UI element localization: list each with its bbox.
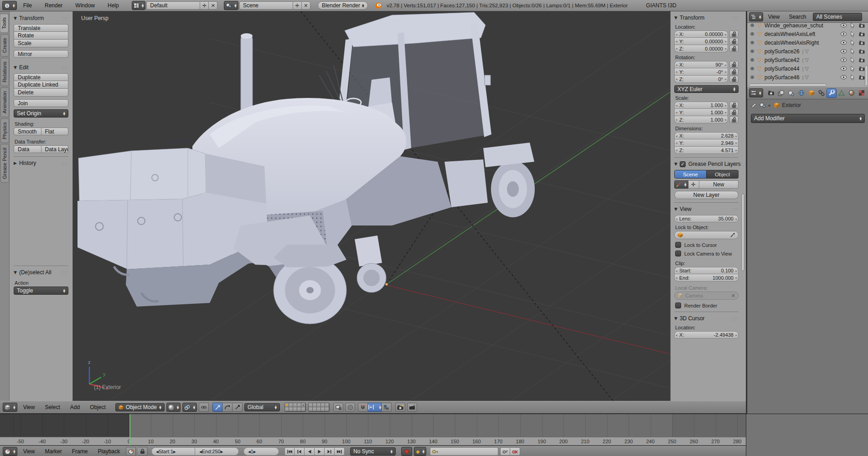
layers-grid-1[interactable] — [284, 403, 306, 412]
tab-modifiers[interactable] — [827, 88, 836, 98]
manipulator-rotate-button[interactable] — [222, 403, 232, 412]
panel-header-transform-n[interactable]: ▼Transform:::: — [674, 14, 739, 22]
object-name[interactable]: polySurface42 — [765, 57, 800, 63]
lock-to-cursor-checkbox[interactable] — [675, 242, 681, 248]
editor-type-outliner-button[interactable]: ▲▼ — [749, 12, 763, 21]
visibility-eye-icon[interactable] — [841, 49, 847, 53]
lens-field[interactable]: ◂Lens: 35.000▸ — [674, 215, 739, 222]
grease-pencil-checkbox[interactable]: ✓ — [680, 161, 686, 167]
layer-cell[interactable] — [309, 407, 313, 411]
layer-cell[interactable] — [301, 403, 305, 407]
opengl-render-animation-button[interactable] — [407, 403, 417, 412]
lock-time-cursor-toggle[interactable] — [138, 447, 148, 456]
outliner-item[interactable]: ⊕▽polySurface46|▽ — [749, 73, 868, 82]
layer-cell[interactable] — [313, 407, 317, 411]
current-frame-marker[interactable] — [129, 414, 130, 446]
outliner-scope-select[interactable]: All Scenes — [813, 13, 862, 21]
unlock-icon[interactable] — [729, 38, 739, 45]
opengl-render-button[interactable] — [395, 403, 405, 412]
outliner-item[interactable]: ⊕▽polySurface42|▽ — [749, 56, 868, 64]
location-y-field[interactable]: ◂Y:0.00000▸ — [674, 38, 728, 45]
gp-add-icon-button[interactable]: ✛ — [688, 180, 699, 189]
delete-scene-button[interactable]: ✕ — [302, 1, 310, 10]
data-transfer-data-button[interactable]: Data — [14, 145, 41, 153]
gp-scene-tab[interactable]: Scene — [674, 170, 707, 179]
viewport-shading-select[interactable]: ▲▼ — [166, 403, 181, 412]
pivot-align-toggle[interactable] — [199, 403, 209, 412]
render-engine-select[interactable]: Blender Render▲▼ — [318, 1, 368, 10]
jump-to-start-button[interactable] — [284, 447, 294, 456]
visibility-eye-icon[interactable] — [841, 41, 847, 45]
editor-type-properties-button[interactable]: ▲▼ — [749, 88, 763, 97]
layer-cell[interactable] — [293, 403, 297, 407]
delete-button[interactable]: Delete — [14, 89, 68, 97]
gp-object-tab[interactable]: Object — [707, 170, 739, 179]
layer-cell[interactable] — [289, 403, 293, 407]
layer-cell[interactable] — [297, 403, 301, 407]
scene-breadcrumb-icon[interactable] — [760, 102, 766, 108]
unlock-icon[interactable] — [729, 116, 739, 123]
frame-end-field[interactable]: ◂End: 250▸ — [195, 447, 239, 456]
auto-keyframe-record-button[interactable] — [401, 447, 412, 456]
tab-render[interactable] — [766, 88, 776, 98]
renderability-camera-icon[interactable] — [859, 32, 865, 36]
next-keyframe-button[interactable] — [325, 447, 335, 456]
scene-icon-button[interactable]: ▲▼ — [224, 1, 238, 10]
selectability-icon[interactable] — [851, 23, 855, 28]
keying-set-field[interactable] — [430, 447, 498, 456]
layer-cell[interactable] — [321, 407, 325, 411]
outliner-hscrollbar[interactable] — [749, 83, 827, 87]
clip-end-field[interactable]: ◂End: 1000.000▸ — [674, 274, 739, 282]
set-origin-select[interactable]: Set Origin▲▼ — [14, 109, 68, 118]
expand-icon[interactable]: ⊕ — [749, 66, 755, 72]
snap-toggle[interactable] — [358, 403, 368, 412]
outliner-item[interactable]: ⊕▽Winde_gehaeuse_schut — [749, 23, 868, 30]
tractor-model[interactable]: CASEIH — [78, 12, 535, 324]
add-modifier-select[interactable]: Add Modifier▲▼ — [751, 114, 865, 123]
tab-animation[interactable]: Animation — [0, 87, 9, 117]
layer-cell[interactable] — [285, 403, 289, 407]
layer-cell[interactable] — [317, 403, 321, 407]
panel-header-transform[interactable]: ▼Transform:::: — [14, 14, 68, 22]
cursor-x-field[interactable]: ◂X: -2.49438▸ — [674, 331, 739, 338]
lock-to-scene-toggle[interactable] — [333, 403, 343, 412]
duplicate-button[interactable]: Duplicate — [14, 73, 68, 81]
jump-to-end-button[interactable] — [335, 447, 345, 456]
vp-menu-select[interactable]: Select — [41, 404, 64, 410]
visibility-eye-icon[interactable] — [841, 32, 847, 36]
panel-header-3d-cursor[interactable]: ▼3D Cursor:::: — [674, 314, 739, 323]
layer-cell[interactable] — [285, 407, 289, 411]
expand-icon[interactable]: ⊕ — [749, 31, 755, 37]
layers-grid-2[interactable] — [308, 403, 330, 412]
object-name[interactable]: Winde_gehaeuse_schut — [765, 23, 823, 29]
gp-new-layer-button[interactable]: New Layer — [674, 191, 739, 199]
lock-camera-checkbox[interactable] — [675, 251, 681, 256]
local-camera-field[interactable]: Camera ✕ — [674, 292, 739, 300]
pin-icon[interactable] — [751, 102, 757, 108]
auto-keying-mode-select[interactable]: ◆ ▲▼ — [414, 447, 426, 456]
renderability-camera-icon[interactable] — [859, 58, 865, 62]
rotation-x-field[interactable]: ◂X:90°▸ — [674, 61, 728, 68]
outliner-item[interactable]: ⊕▽decalsWheelAxisLeft — [749, 30, 868, 38]
menu-file[interactable]: File — [17, 2, 38, 9]
unlock-icon[interactable] — [729, 61, 739, 68]
object-name[interactable]: polySurface46 — [765, 74, 800, 81]
tab-grease-pencil[interactable]: Grease Pencil — [0, 144, 9, 183]
editor-type-timeline-button[interactable]: ▲▼ — [3, 447, 17, 456]
dimension-x-field[interactable]: ◂X:2.628▸ — [674, 132, 739, 139]
outliner-vscrollbar[interactable] — [865, 65, 868, 86]
unlock-icon[interactable] — [729, 109, 739, 116]
3d-viewport[interactable]: CASEIH — [73, 11, 670, 401]
duplicate-linked-button[interactable]: Duplicate Linked — [14, 81, 68, 89]
expand-icon[interactable]: ⊕ — [749, 40, 755, 46]
object-origin-point[interactable] — [385, 283, 388, 286]
object-name[interactable]: polySurface44 — [765, 66, 800, 72]
scale-x-field[interactable]: ◂X:1.000▸ — [674, 102, 728, 109]
insert-keyframe-button[interactable] — [500, 447, 510, 456]
unlock-icon[interactable] — [729, 76, 739, 82]
preview-range-toggle[interactable] — [126, 447, 136, 456]
pivot-point-select[interactable]: ▲▼ — [182, 403, 197, 412]
tab-object[interactable] — [806, 88, 816, 98]
tl-menu-frame[interactable]: Frame — [68, 448, 92, 455]
mirror-button[interactable]: Mirror — [14, 50, 68, 58]
